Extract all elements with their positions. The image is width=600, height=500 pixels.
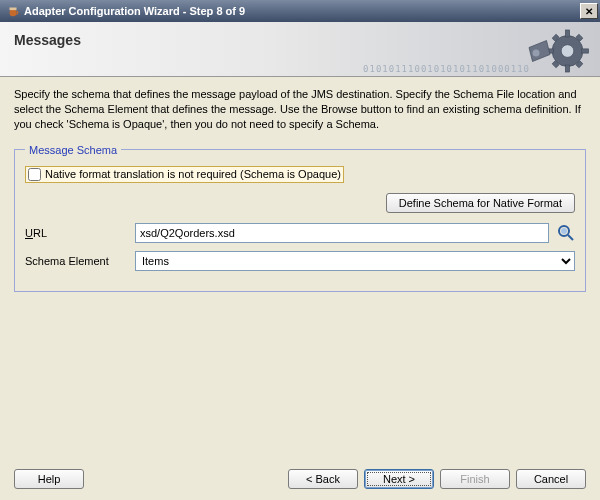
schema-element-select[interactable]: Items (135, 251, 575, 271)
close-icon: ✕ (585, 6, 593, 17)
window-title: Adapter Configuration Wizard - Step 8 of… (24, 5, 580, 17)
opaque-checkbox-row[interactable]: Native format translation is not require… (25, 166, 344, 183)
content-area: Specify the schema that defines the mess… (0, 77, 600, 458)
magnifier-icon (557, 224, 575, 242)
svg-rect-1 (10, 8, 17, 11)
url-input[interactable] (135, 223, 549, 243)
decorative-digits: 01010111001010101101000110 (363, 64, 530, 74)
cancel-button[interactable]: Cancel (516, 469, 586, 489)
finish-button[interactable]: Finish (440, 469, 510, 489)
app-icon (6, 4, 20, 18)
define-schema-button[interactable]: Define Schema for Native Format (386, 193, 575, 213)
svg-point-15 (561, 228, 567, 234)
svg-point-11 (561, 45, 574, 58)
opaque-checkbox[interactable] (28, 168, 41, 181)
svg-point-12 (533, 50, 540, 57)
browse-button[interactable] (557, 224, 575, 242)
next-button[interactable]: Next > (364, 469, 434, 489)
url-label: URL (25, 227, 127, 239)
close-button[interactable]: ✕ (580, 3, 598, 19)
title-bar: Adapter Configuration Wizard - Step 8 of… (0, 0, 600, 22)
url-row: URL (25, 223, 575, 243)
wizard-header: Messages 01010111001010101101000110 (0, 22, 600, 77)
opaque-checkbox-label: Native format translation is not require… (45, 168, 341, 180)
gear-icon (522, 26, 592, 76)
help-button[interactable]: Help (14, 469, 84, 489)
fieldset-legend: Message Schema (25, 144, 121, 156)
svg-rect-6 (582, 49, 589, 53)
description-text: Specify the schema that defines the mess… (14, 87, 586, 132)
schema-element-row: Schema Element Items (25, 251, 575, 271)
svg-rect-3 (565, 30, 569, 37)
back-button[interactable]: < Back (288, 469, 358, 489)
svg-line-14 (568, 235, 573, 240)
svg-rect-4 (565, 65, 569, 72)
svg-point-0 (10, 9, 17, 16)
message-schema-fieldset: Message Schema Native format translation… (14, 144, 586, 292)
footer-bar: Help < Back Next > Finish Cancel (0, 458, 600, 500)
page-title: Messages (14, 32, 586, 48)
schema-element-label: Schema Element (25, 255, 127, 267)
